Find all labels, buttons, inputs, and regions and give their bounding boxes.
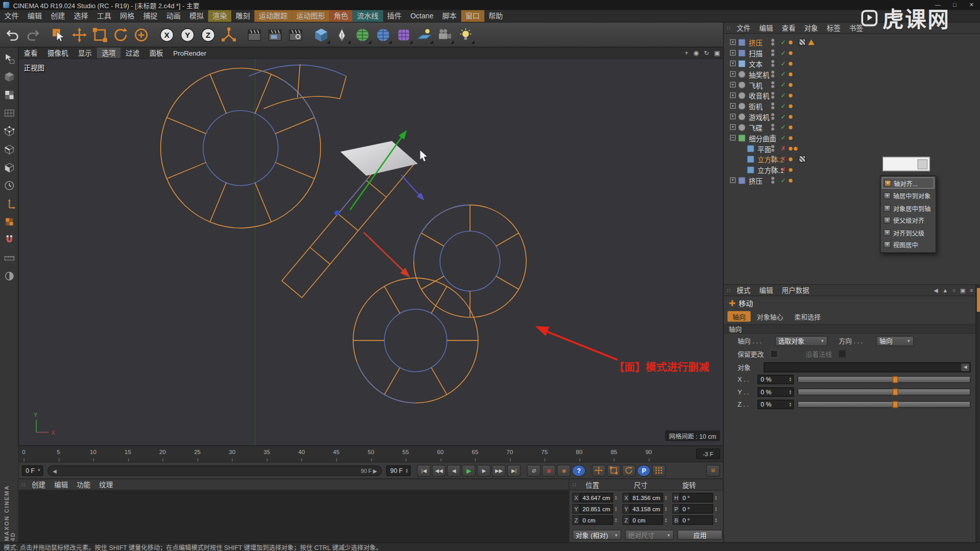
viewport-menu-options[interactable]: 选项 [97,47,121,58]
tab-soft-selection[interactable]: 柔和选择 [790,311,826,321]
menu-octane[interactable]: Octane [406,10,438,22]
edges-mode-button[interactable] [2,142,16,157]
range-left-arrow-icon[interactable]: ◀ [53,468,57,474]
menu-mograph[interactable]: 运动图形 [292,10,329,22]
om-menu-file[interactable]: 文件 [732,22,755,33]
viewport-menu-filter[interactable]: 过滤 [120,47,144,58]
material-menu-create[interactable]: 创建 [28,479,50,490]
menu-animate[interactable]: 动画 [162,10,185,22]
context-item-axis-center-to-object[interactable]: +轴居中到对象 [882,190,935,202]
menu-snap[interactable]: 捕捉 [139,10,162,22]
size-x-input[interactable]: 81.356 cm [630,493,663,502]
om-menu-edit[interactable]: 编辑 [755,22,777,33]
menu-select[interactable]: 选择 [69,10,92,22]
nav-back-icon[interactable]: ◀ [934,285,938,296]
slider-handle[interactable] [893,376,898,383]
object-row-plane[interactable]: 平面✗ [724,143,980,154]
viewport-menu-prorender[interactable]: ProRender [168,47,211,58]
texture-tag-icon[interactable] [799,39,805,45]
nav-up-icon[interactable]: ▲ [942,285,948,296]
menu-pipeline[interactable]: 流水线 [353,10,383,22]
am-menu-edit[interactable]: 编辑 [755,285,777,296]
mini-grid-button[interactable] [652,464,666,476]
menu-window[interactable]: 窗口 [461,10,484,22]
visibility-dots[interactable] [771,155,774,163]
visibility-dots[interactable] [771,176,774,184]
stepper[interactable]: ▲▼ [713,506,719,511]
add-camera-button[interactable] [434,24,455,45]
size-z-input[interactable]: 0 cm [630,515,663,524]
workplane-mode-button[interactable] [2,106,16,120]
z-slider[interactable] [797,401,970,408]
disabled-cross-icon[interactable]: ✗ [780,166,786,173]
make-editable-button[interactable] [2,51,16,66]
material-menu-texture[interactable]: 纹理 [95,479,117,490]
goto-end-button[interactable]: ▶| [507,464,521,476]
viewport-menu-display[interactable]: 显示 [73,47,97,58]
visibility-dots[interactable] [771,112,774,120]
play-button[interactable]: ▶ [462,464,476,476]
viewport-menu-view[interactable]: 查看 [19,47,43,58]
redo-button[interactable] [22,24,43,45]
menu-script[interactable]: 脚本 [438,10,461,22]
visibility-dots[interactable] [771,123,774,131]
texture-swatch[interactable] [918,159,928,169]
enabled-check-icon[interactable]: ✓ [780,113,786,120]
record-options-button[interactable]: ◉ [557,464,571,476]
object-row-lottery-machine[interactable]: +抽奖机✓ [724,69,980,80]
quantize-toggle-button[interactable] [2,251,16,265]
x-percent-field[interactable]: 0 %▲▼ [757,374,794,384]
visibility-dots[interactable] [771,144,774,153]
add-subdivision-button[interactable] [352,24,372,45]
viewport-canvas[interactable]: 【面】模式进行删减 Y X [19,59,723,445]
gizmo-handle-dot[interactable] [334,211,339,216]
next-frame-button[interactable]: ▶ [477,464,491,476]
expand-toggle[interactable]: − [730,135,736,140]
undo-button[interactable] [2,24,22,45]
stepper[interactable]: ▲▼ [663,495,669,500]
live-selection-button[interactable] [48,24,68,45]
am-menu-user-data[interactable]: 用户数据 [777,285,814,296]
menu-simulate[interactable]: 模拟 [185,10,208,22]
tab-axis[interactable]: 轴向 [727,311,750,321]
viewport-menu-cameras[interactable]: 摄像机 [42,47,73,58]
last-tool-button[interactable] [131,24,151,45]
visibility-dots[interactable] [771,38,774,46]
context-item-object-center-to-axis[interactable]: +对象居中到轴 [882,202,935,214]
along-normals-checkbox[interactable] [838,350,846,358]
enabled-check-icon[interactable]: ✓ [780,81,786,88]
menu-create[interactable]: 创建 [46,10,69,22]
scrollbar-thumb[interactable] [977,288,980,312]
context-item-center-in-view[interactable]: +视图居中 [882,239,935,251]
stepper[interactable]: ▲▼ [713,517,719,522]
help-button[interactable]: ? [572,464,586,476]
visibility-dots[interactable] [771,91,774,99]
menu-sculpt[interactable]: 雕刻 [231,10,254,22]
object-row-text[interactable]: +文本✓ [724,58,980,69]
enabled-check-icon[interactable]: ✓ [780,177,786,184]
warning-tag-icon[interactable] [808,39,814,45]
lock-z-button[interactable]: Z [198,24,218,45]
prev-frame-button[interactable]: ◀ [447,464,461,476]
panel-menu-icon[interactable]: ≡ [970,285,973,296]
context-item-align-to-parent[interactable]: +对齐到父级 [882,227,935,239]
mini-coords-button[interactable]: P [637,464,651,476]
move-tool-button[interactable] [69,24,89,45]
object-row-extrude-top[interactable]: +挤压✓ [724,37,980,47]
visibility-dots[interactable] [771,165,774,173]
rotate-tool-button[interactable] [110,24,131,45]
apply-button[interactable]: 应用 [677,530,722,540]
menu-file[interactable]: 文件 [0,10,23,22]
material-menu-function[interactable]: 功能 [72,479,95,490]
material-menu-edit[interactable]: 编辑 [50,479,72,490]
expand-toggle[interactable]: + [730,82,736,87]
timeline-offset-field[interactable]: -3 F [696,448,720,459]
expand-toggle[interactable]: + [730,124,736,130]
spline-number-6[interactable] [161,64,347,228]
add-light-button[interactable] [455,24,475,45]
visibility-dots[interactable] [771,81,774,89]
y-percent-field[interactable]: 0 %▲▼ [757,387,794,396]
enabled-check-icon[interactable]: ✓ [780,103,786,109]
attributes-group-header[interactable]: 轴向 [724,324,980,334]
spline-strip[interactable] [282,147,414,298]
